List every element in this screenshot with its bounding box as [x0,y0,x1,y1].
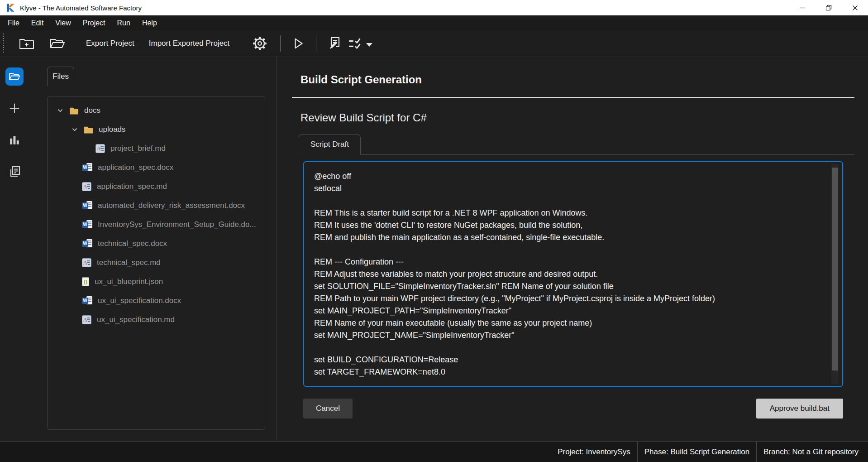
run-play-icon [291,37,305,50]
titlebar: Klyve - The Automated Software Factory [0,0,868,15]
file-name: project_brief.md [110,144,166,153]
section-title: Review Build Script for C# [300,111,843,124]
tree-item-risk-assessment-docx[interactable]: W automated_delivery_risk_assessment.doc… [48,196,265,215]
activity-bar [0,57,29,441]
file-name: ux_ui_blueprint.json [95,277,163,286]
word-file-icon: W [82,163,92,173]
markdown-file-icon: A [95,144,105,153]
tree-item-application-spec-docx[interactable]: W application_spec.docx [48,158,265,177]
menu-edit[interactable]: Edit [25,15,50,30]
file-name: technical_spec.docx [98,239,167,248]
activity-documents-button[interactable] [5,163,24,181]
dropdown-caret-icon [366,43,372,47]
file-name: automated_delivery_risk_assessment.docx [98,201,245,210]
tree-item-technical-spec-md[interactable]: A technical_spec.md [48,253,265,272]
markdown-file-icon: A [82,182,91,191]
script-tabstrip: Script Draft [299,134,854,155]
approve-build-button[interactable]: Approve build.bat [756,399,843,419]
open-project-folder-icon [50,37,65,50]
menu-view[interactable]: View [49,15,76,30]
import-project-button[interactable]: Import Exported Project [147,39,232,48]
markdown-file-icon: A [82,315,91,324]
menubar: File Edit View Project Run Help [0,15,868,30]
menu-run[interactable]: Run [111,15,136,30]
folder-name: docs [84,106,100,115]
metrics-bar-chart-icon [9,134,20,146]
tree-item-application-spec-md[interactable]: A application_spec.md [48,177,265,196]
toolbar-separator [280,35,281,52]
markdown-file-icon: A [82,258,91,267]
status-phase: Phase: Build Script Generation [638,448,756,457]
edit-script-button[interactable] [324,34,345,53]
folder-icon [69,107,79,115]
files-panel: Files docs uploads A [29,57,277,441]
script-viewer: @echo off setlocal REM This is a starter… [303,161,843,387]
status-project: Project: InventorySys [551,448,637,457]
menu-project[interactable]: Project [77,15,111,30]
toolbar-separator [316,35,316,52]
tree-item-docs[interactable]: docs [48,101,265,120]
documents-copy-icon [8,165,21,178]
tree-item-environment-setup-guide-docx[interactable]: W InventorySys_Environment_Setup_Guide.d… [48,215,265,234]
export-project-button[interactable]: Export Project [84,39,136,48]
activity-metrics-button[interactable] [5,131,24,149]
window-title: Klyve - The Automated Software Factory [20,4,142,12]
action-row: Cancel Approve build.bat [303,399,843,419]
status-branch: Branch: Not a Git repository [757,448,865,457]
tree-item-uploads[interactable]: uploads [48,120,265,139]
file-name: technical_spec.md [97,258,161,267]
klyve-logo [5,3,15,13]
title-divider [292,97,854,98]
activity-new-button[interactable] [5,99,24,117]
activity-files-button[interactable] [5,67,24,86]
restore-button[interactable] [816,0,842,15]
word-file-icon: W [82,239,92,249]
open-project-button[interactable] [47,34,68,53]
chevron-down-icon[interactable] [71,126,78,133]
files-folder-icon [9,72,20,82]
tree-item-project-brief-md[interactable]: A project_brief.md [48,139,265,158]
menu-file[interactable]: File [2,15,25,30]
tree-item-ux-ui-specification-docx[interactable]: W ux_ui_specification.docx [48,291,265,310]
word-file-icon: W [82,201,92,211]
toolbar-gripper[interactable] [3,34,5,53]
file-name: InventorySys_Environment_Setup_Guide.do.… [98,220,256,229]
folder-icon [84,126,93,134]
cancel-button[interactable]: Cancel [303,399,353,419]
tree-item-ux-ui-blueprint-json[interactable]: {} ux_ui_blueprint.json [48,272,265,291]
edit-script-icon [327,36,343,51]
minimize-icon [799,5,806,11]
minimize-button[interactable] [789,0,816,15]
settings-gear-icon [252,36,267,51]
scrollbar-track[interactable] [831,164,839,384]
tab-script-draft[interactable]: Script Draft [299,134,361,155]
file-name: application_spec.docx [98,163,173,172]
json-file-icon: {} [82,277,89,286]
page-title: Build Script Generation [300,73,843,86]
tree-item-technical-spec-docx[interactable]: W technical_spec.docx [48,234,265,253]
file-tree: docs uploads A project_brief.md W applic… [47,96,265,430]
new-project-button[interactable] [16,34,37,53]
main-area: Files docs uploads A [0,57,868,442]
settings-button[interactable] [249,34,270,53]
word-file-icon: W [82,296,92,306]
chevron-down-icon[interactable] [57,107,64,114]
tree-item-ux-ui-specification-md[interactable]: A ux_ui_specification.md [48,310,265,329]
close-button[interactable] [842,0,868,15]
statusbar: Project: InventorySys Phase: Build Scrip… [0,442,868,462]
task-checklist-icon [348,37,363,50]
scrollbar-thumb[interactable] [832,168,838,371]
close-icon [852,5,858,11]
toolbar: Export Project Import Exported Project [0,30,868,57]
folder-name: uploads [99,125,126,134]
window-controls [789,0,868,15]
run-button[interactable] [289,34,308,53]
files-tab[interactable]: Files [47,67,74,86]
file-name: ux_ui_specification.docx [98,296,181,305]
new-item-plus-icon [9,102,20,114]
content-pane: Build Script Generation Review Build Scr… [277,57,868,441]
menu-help[interactable]: Help [136,15,163,30]
file-name: ux_ui_specification.md [97,315,175,324]
script-content: @echo off setlocal REM This is a starter… [314,170,822,378]
run-checklist-button[interactable] [345,34,375,53]
